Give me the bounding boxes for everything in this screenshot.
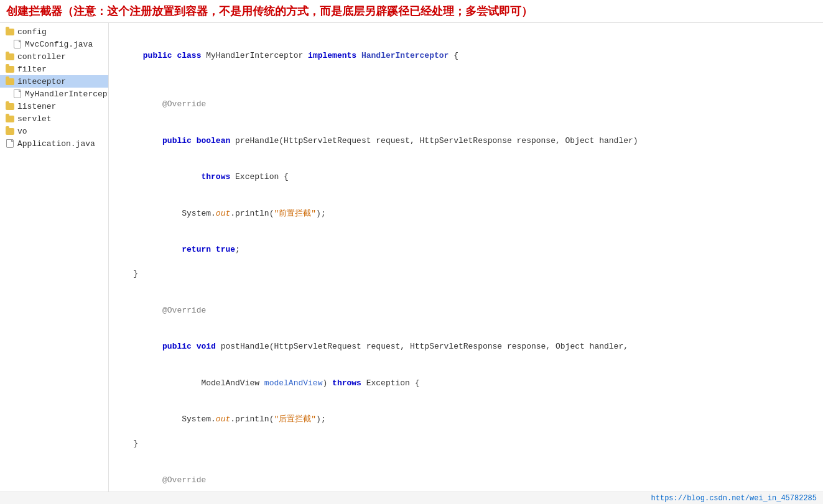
sidebar-item-servlet[interactable]: servlet	[0, 112, 108, 125]
page-header: 创建拦截器（注意：这个注册放置到容器，不是用传统的方式，而是底层另辟蹊径已经处理…	[0, 0, 823, 23]
folder-icon	[5, 126, 15, 136]
code-line-5: throws Exception {	[114, 159, 823, 196]
code-line-9: @Override	[114, 292, 823, 329]
folder-icon	[5, 27, 15, 37]
code-line-10: public void postHandle(HttpServletReques…	[114, 329, 823, 365]
sidebar-item-inteceptor[interactable]: inteceptor	[0, 75, 108, 88]
folder-icon	[5, 101, 15, 111]
sidebar-item-label: inteceptor	[17, 77, 66, 86]
sidebar-item-label: vo	[17, 127, 27, 136]
code-line-1	[114, 25, 823, 38]
sidebar-item-label: MvcConfig.java	[25, 40, 93, 49]
sidebar-item-label: servlet	[17, 114, 52, 124]
sidebar-item-controller[interactable]: controller	[0, 50, 108, 63]
url-link: https://blog.csdn.net/wei_in_45782285	[651, 494, 817, 503]
code-line-blank1	[114, 74, 823, 86]
folder-icon	[5, 52, 15, 62]
folder-icon	[5, 76, 15, 86]
folder-icon	[5, 114, 15, 124]
code-line-7: return true;	[114, 232, 823, 268]
code-line-13: }	[114, 438, 823, 450]
code-editor[interactable]: public class MyHandlerInterceptor implem…	[109, 23, 823, 492]
sidebar: configMvcConfig.javacontrollerfilterinte…	[0, 23, 109, 492]
code-line-8: }	[114, 268, 823, 280]
code-line-2: public class MyHandlerInterceptor implem…	[114, 38, 823, 75]
main-content: configMvcConfig.javacontrollerfilterinte…	[0, 23, 823, 492]
bottom-bar: https://blog.csdn.net/wei_in_45782285	[0, 492, 823, 504]
code-line-11: ModelAndView modelAndView) throws Except…	[114, 365, 823, 401]
sidebar-item-config[interactable]: config	[0, 25, 108, 38]
code-line-3: @Override	[114, 86, 823, 123]
code-line-14: @Override	[114, 462, 823, 492]
file-icon	[12, 89, 22, 99]
sidebar-item-label: MyHandlerInterceptor.java	[25, 89, 109, 99]
sidebar-item-label: controller	[17, 52, 66, 62]
sidebar-item-Application[interactable]: Application.java	[0, 137, 108, 150]
sidebar-item-label: filter	[17, 65, 47, 74]
sidebar-item-label: listener	[17, 102, 56, 111]
sidebar-item-label: Application.java	[17, 139, 95, 149]
code-line-blank3	[114, 450, 823, 462]
folder-icon	[5, 64, 15, 74]
code-line-6: System.out.println("前置拦截");	[114, 195, 823, 232]
sidebar-item-MvcConfig[interactable]: MvcConfig.java	[0, 38, 108, 50]
file-icon	[5, 139, 15, 149]
code-line-4: public boolean preHandle(HttpServletRequ…	[114, 122, 823, 159]
sidebar-item-MyHandlerInterceptor[interactable]: MyHandlerInterceptor.java	[0, 88, 108, 100]
code-line-blank2	[114, 280, 823, 293]
file-icon	[12, 39, 22, 49]
code-line-12: System.out.println("后置拦截");	[114, 401, 823, 438]
sidebar-item-vo[interactable]: vo	[0, 125, 108, 137]
sidebar-item-filter[interactable]: filter	[0, 63, 108, 75]
sidebar-item-label: config	[17, 27, 47, 37]
sidebar-item-listener[interactable]: listener	[0, 100, 108, 112]
page-title: 创建拦截器（注意：这个注册放置到容器，不是用传统的方式，而是底层另辟蹊径已经处理…	[6, 5, 532, 17]
